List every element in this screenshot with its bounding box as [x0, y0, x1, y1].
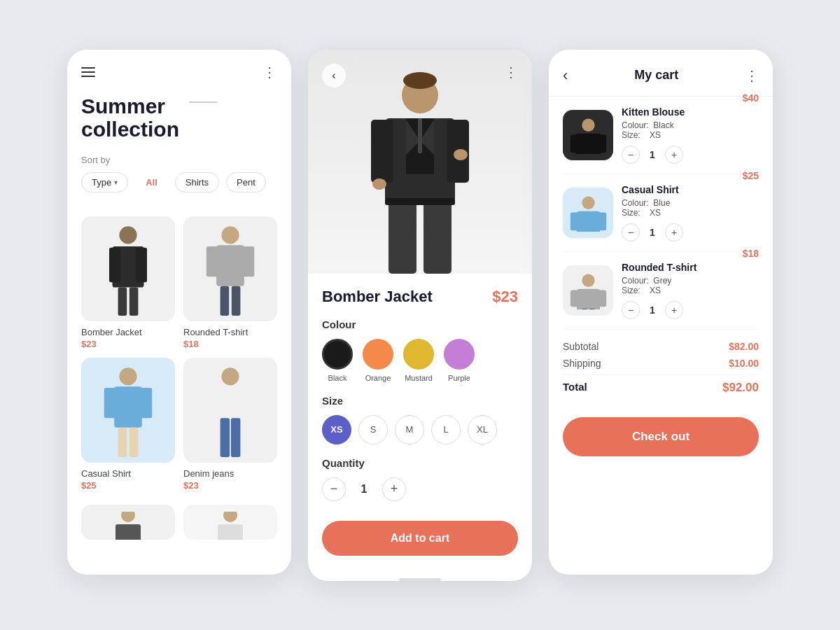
more-options-icon[interactable]: ⋮ [262, 64, 277, 80]
svg-rect-49 [597, 213, 606, 231]
colour-section-label: Colour [322, 318, 518, 330]
product-card-rounded-tshirt[interactable]: Rounded T-shirt $18 [183, 216, 277, 349]
svg-rect-23 [231, 418, 241, 457]
product-name-bomber-jacket: Bomber Jacket [81, 327, 175, 337]
scroll-indicator [308, 578, 532, 581]
cart-item-rounded-tshirt: Rounded T-shirt $18 Colour: Grey Size: X… [563, 252, 759, 330]
cart-item-qty-value-casual-shirt: 1 [647, 227, 658, 238]
svg-rect-4 [118, 288, 127, 316]
size-option-s[interactable]: S [358, 415, 388, 444]
product-image-rounded-tshirt [183, 216, 277, 321]
hero-topbar: ‹ ⋮ [322, 64, 518, 88]
filter-type-button[interactable]: Type ▾ [81, 172, 128, 192]
colour-option-orange[interactable]: Orange [363, 339, 393, 382]
cart-item-size-casual-shirt: Size: XS [622, 208, 759, 218]
menu-icon[interactable] [81, 67, 95, 77]
svg-rect-15 [139, 388, 152, 418]
colour-option-mustard[interactable]: Mustard [403, 339, 434, 382]
size-option-m[interactable]: M [395, 415, 424, 444]
colour-name-mustard: Mustard [405, 374, 433, 382]
svg-rect-9 [241, 246, 254, 276]
svg-point-41 [454, 149, 468, 160]
cart-item-colour-rounded-tshirt: Colour: Grey [622, 276, 759, 286]
svg-point-26 [223, 512, 237, 522]
cart-back-button[interactable]: ‹ [563, 64, 568, 88]
svg-point-18 [221, 368, 239, 385]
collection-title: Summer collection [81, 94, 179, 141]
size-option-xs[interactable]: XS [322, 415, 351, 444]
svg-point-12 [119, 368, 136, 385]
total-row: Total $92.00 [563, 374, 759, 395]
subtotal-row: Subtotal $82.00 [563, 341, 759, 352]
svg-rect-2 [109, 248, 120, 283]
product-hero-image: ‹ ⋮ [308, 50, 532, 274]
filter-pent-button[interactable]: Pent [226, 172, 266, 192]
cart-item-increase-rounded-tshirt[interactable]: + [665, 301, 683, 319]
colour-name-orange: Orange [365, 374, 391, 382]
svg-rect-10 [220, 286, 230, 316]
cart-item-qty-value-kitten-blouse: 1 [647, 149, 658, 160]
svg-rect-16 [118, 428, 127, 457]
cart-item-kitten-blouse: Kitten Blouse $40 Colour: Black Size: XS… [563, 97, 759, 174]
product-card-casual-shirt[interactable]: Casual Shirt $25 [81, 358, 175, 491]
colour-option-purple[interactable]: Purple [444, 339, 475, 382]
checkout-button[interactable]: Check out [563, 417, 759, 456]
subtotal-label: Subtotal [563, 341, 598, 352]
back-button[interactable]: ‹ [322, 64, 346, 88]
cart-item-decrease-casual-shirt[interactable]: − [622, 223, 640, 241]
colour-option-black[interactable]: Black [322, 339, 353, 382]
svg-rect-17 [130, 428, 139, 457]
quantity-increase-button[interactable]: + [382, 477, 406, 501]
svg-rect-19 [216, 386, 244, 418]
svg-rect-36 [418, 118, 422, 153]
svg-rect-47 [577, 211, 600, 232]
shipping-label: Shipping [563, 358, 601, 369]
svg-rect-52 [570, 290, 579, 307]
product-detail-name: Bomber Jacket [322, 288, 433, 306]
cart-item-decrease-rounded-tshirt[interactable]: − [622, 301, 640, 319]
svg-rect-22 [220, 418, 230, 457]
product-card-bomber-jacket[interactable]: Bomber Jacket $23 [81, 216, 175, 349]
cart-items-list: Kitten Blouse $40 Colour: Black Size: XS… [549, 97, 773, 330]
colour-options-row: Black Orange Mustard Purple [322, 339, 518, 382]
cart-item-decrease-kitten-blouse[interactable]: − [622, 146, 640, 164]
more-options-icon[interactable]: ⋮ [504, 64, 518, 88]
product-name-rounded-tshirt: Rounded T-shirt [183, 327, 277, 337]
filter-shirts-button[interactable]: Shirts [175, 172, 219, 192]
quantity-decrease-button[interactable]: − [322, 477, 346, 501]
cart-item-increase-kitten-blouse[interactable]: + [665, 146, 683, 164]
product-detail-body: Bomber Jacket $23 Colour Black Orange [308, 274, 532, 570]
size-option-l[interactable]: L [431, 415, 461, 444]
svg-rect-7 [216, 245, 244, 286]
product-price-casual-shirt: $25 [81, 480, 175, 491]
svg-rect-38 [424, 200, 451, 274]
add-to-cart-button[interactable]: Add to cart [322, 521, 518, 556]
colour-name-purple: Purple [448, 374, 470, 382]
svg-rect-11 [232, 286, 241, 316]
filter-all-button[interactable]: All [135, 172, 168, 192]
colour-circle-purple [444, 339, 475, 370]
cart-item-increase-casual-shirt[interactable]: + [665, 223, 683, 241]
size-section-label: Size [322, 395, 518, 407]
svg-rect-51 [577, 289, 600, 309]
sort-label: Sort by [81, 155, 277, 165]
cart-item-image-rounded-tshirt [563, 265, 613, 316]
size-option-xl[interactable]: XL [468, 415, 497, 444]
product-image-bomber-jacket [81, 216, 175, 321]
svg-rect-21 [241, 388, 254, 412]
product-image-casual-shirt [81, 358, 175, 463]
title-row: Summer collection [81, 94, 277, 141]
svg-rect-20 [206, 388, 219, 412]
cart-more-options-icon[interactable]: ⋮ [745, 67, 759, 84]
svg-rect-37 [388, 200, 416, 274]
product-price-bomber-jacket: $23 [81, 339, 175, 349]
cart-item-info-rounded-tshirt: Rounded T-shirt $18 Colour: Grey Size: X… [622, 262, 759, 319]
screens-container: ⋮ Summer collection Sort by Type ▾ All S… [67, 50, 773, 581]
svg-point-42 [582, 119, 594, 132]
cart-item-name-kitten-blouse: Kitten Blouse [622, 106, 685, 118]
shipping-value: $10.00 [729, 358, 759, 369]
colour-name-black: Black [328, 374, 347, 382]
svg-rect-5 [130, 288, 139, 316]
product-card-denim-jeans[interactable]: Denim jeans $23 [183, 358, 277, 491]
svg-rect-45 [597, 135, 606, 153]
